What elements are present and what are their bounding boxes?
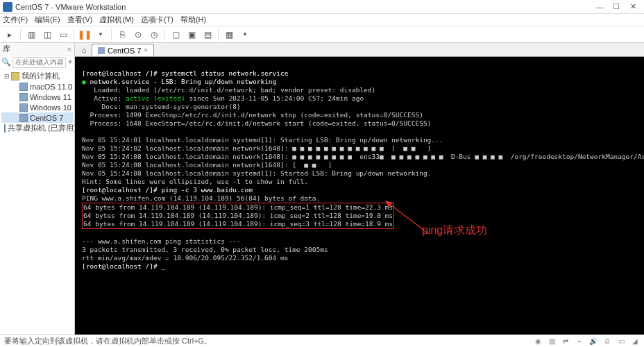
- device-hdd-icon[interactable]: ▤: [547, 337, 557, 346]
- device-display-icon[interactable]: ▭: [616, 337, 626, 346]
- device-printer-icon[interactable]: ⎙: [602, 337, 612, 346]
- minimize-button[interactable]: —: [591, 1, 608, 13]
- app-icon: [3, 2, 12, 12]
- device-usb-icon[interactable]: ⌁: [575, 337, 584, 346]
- tree-item-centos7[interactable]: CentOS 7: [1, 112, 73, 123]
- snapshot-icon[interactable]: ⊙: [131, 28, 145, 42]
- library-tree: ⊟我的计算机 macOS 11.0 Windows 11 Windows 10 …: [0, 69, 74, 335]
- menu-help[interactable]: 帮助(H): [180, 15, 206, 25]
- library-search: 🔍 ▼: [0, 56, 74, 69]
- tree-item-macos[interactable]: macOS 11.0: [1, 81, 73, 92]
- library-sidebar: 库 × 🔍 ▼ ⊟我的计算机 macOS 11.0 Windows 11 Win…: [0, 43, 75, 335]
- unity-icon[interactable]: ▢: [169, 28, 183, 42]
- menu-view[interactable]: 查看(V): [67, 15, 93, 25]
- send-ctrlaltdel-icon[interactable]: ⎘: [115, 28, 129, 42]
- close-button[interactable]: ✕: [625, 1, 641, 13]
- fit-dropdown-icon[interactable]: ▼: [238, 28, 252, 42]
- search-icon: 🔍: [1, 58, 11, 67]
- annotation-text: ping请求成功: [422, 226, 487, 235]
- device-cdrom-icon[interactable]: ◉: [533, 337, 543, 346]
- highlight-box: 64 bytes from 14.119.104.189 (14.119.104…: [82, 203, 394, 229]
- sidebar-toggle-icon[interactable]: ▥: [24, 28, 38, 42]
- menu-edit[interactable]: 编辑(E): [35, 15, 60, 25]
- search-input[interactable]: [12, 57, 66, 68]
- thumbnail-icon[interactable]: ◫: [40, 28, 54, 42]
- power-dropdown2-icon[interactable]: ▼: [94, 28, 108, 42]
- library-title: 库: [3, 44, 10, 54]
- device-nic-icon[interactable]: ⇄: [561, 337, 570, 346]
- library-header: 库 ×: [0, 43, 74, 56]
- pause-icon[interactable]: ❚❚: [78, 28, 92, 42]
- tree-shared[interactable]: 共享虚拟机 (已弃用): [1, 123, 73, 133]
- menu-tabs[interactable]: 选项卡(T): [141, 15, 173, 25]
- tab-bar: ⌂ CentOS 7 ×: [75, 43, 644, 57]
- device-sound-icon[interactable]: 🔊: [588, 337, 598, 346]
- title-bar: CentOS 7 - VMware Workstation — ☐ ✕: [0, 0, 644, 14]
- status-text: 要将输入定向到该虚拟机，请在虚拟机内部单击或按 Ctrl+G。: [4, 336, 212, 346]
- main-area: ⌂ CentOS 7 × [root@localhost /]# systemc…: [75, 43, 644, 335]
- tab-vm-icon: [98, 47, 105, 54]
- snapshot-manager-icon[interactable]: ◷: [147, 28, 161, 42]
- stretch-icon[interactable]: ▭: [56, 28, 70, 42]
- home-tab-icon[interactable]: ⌂: [78, 44, 90, 56]
- toolbar: ▸ ▥ ◫ ▭ ❚❚ ▼ ⎘ ⊙ ◷ ▢ ▣ ▤ ▦ ▼: [0, 26, 644, 43]
- status-corner-icon: ◢: [630, 337, 640, 346]
- exclusive-icon[interactable]: ▤: [201, 28, 214, 42]
- status-devices: ◉ ▤ ⇄ ⌁ 🔊 ⎙ ▭ ◢: [533, 337, 640, 346]
- fit-icon[interactable]: ▦: [222, 28, 236, 42]
- maximize-button[interactable]: ☐: [608, 1, 625, 13]
- search-dropdown-icon[interactable]: ▼: [67, 59, 73, 65]
- menu-vm[interactable]: 虚拟机(M): [99, 15, 134, 25]
- window-title: CentOS 7 - VMware Workstation: [15, 3, 591, 11]
- menu-bar: 文件(F) 编辑(E) 查看(V) 虚拟机(M) 选项卡(T) 帮助(H): [0, 14, 644, 26]
- tree-item-win11[interactable]: Windows 11: [1, 92, 73, 102]
- terminal[interactable]: [root@localhost /]# systemctl status net…: [75, 57, 644, 335]
- power-dropdown-icon[interactable]: ▸: [3, 28, 17, 42]
- menu-file[interactable]: 文件(F): [3, 15, 28, 25]
- tree-mycomputer[interactable]: ⊟我的计算机: [1, 71, 73, 81]
- tree-item-win10[interactable]: Windows 10: [1, 102, 73, 112]
- tab-centos7[interactable]: CentOS 7 ×: [92, 44, 154, 56]
- tab-label: CentOS 7: [108, 46, 141, 55]
- status-bar: 要将输入定向到该虚拟机，请在虚拟机内部单击或按 Ctrl+G。 ◉ ▤ ⇄ ⌁ …: [0, 335, 644, 347]
- fullscreen-icon[interactable]: ▣: [185, 28, 198, 42]
- library-close-icon[interactable]: ×: [67, 45, 71, 53]
- tab-close-icon[interactable]: ×: [144, 46, 148, 54]
